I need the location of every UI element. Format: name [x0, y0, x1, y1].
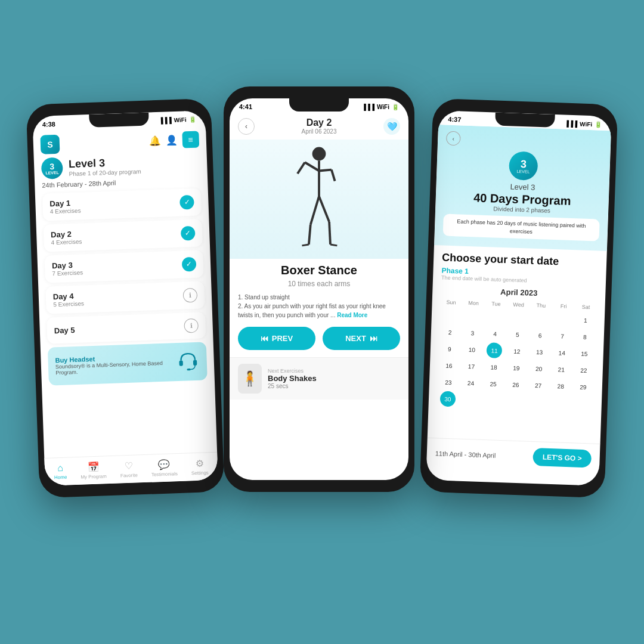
back-button-right[interactable]: ‹ — [446, 131, 461, 146]
home-icon: ⌂ — [57, 463, 63, 473]
cal-day-5[interactable]: 5 — [509, 327, 525, 343]
exercise-title: Boxer Stance — [230, 259, 408, 280]
cal-day-2[interactable]: 2 — [442, 324, 458, 340]
battery-icon: 🔋 — [188, 116, 196, 122]
nav-testimonials[interactable]: 💬 Testimonials — [151, 459, 178, 478]
signal-icon-right: ▐▐▐ — [565, 120, 578, 127]
cal-empty-12 — [575, 396, 591, 412]
cal-day-13[interactable]: 13 — [531, 344, 547, 360]
lets-go-button[interactable]: LET'S GO > — [532, 448, 592, 467]
cal-day-30[interactable]: 30 — [439, 391, 456, 407]
exercise-image-area — [230, 140, 408, 259]
status-icons-left: ▐▐▐ WiFi 🔋 — [159, 116, 196, 123]
day-card-2[interactable]: Day 2 4 Exercises ✓ — [44, 219, 203, 252]
prev-button[interactable]: ⏮ PREV — [238, 327, 315, 350]
nav-favorite[interactable]: ♡ Favorite — [120, 460, 138, 478]
cal-empty-3 — [488, 309, 504, 325]
notification-icon[interactable]: 🔔 — [148, 135, 161, 147]
time-middle: 4:41 — [239, 103, 252, 110]
cal-empty-2 — [465, 308, 481, 324]
cal-day-28[interactable]: 28 — [553, 378, 569, 394]
left-screen: 4:38 ▐▐▐ WiFi 🔋 S 🔔 👤 ≡ — [32, 110, 218, 486]
status-icons-right: ▐▐▐ WiFi 🔋 — [565, 120, 602, 128]
back-button-mid[interactable]: ‹ — [238, 118, 255, 135]
time-right: 4:37 — [448, 116, 461, 123]
status-icons-middle: ▐▐▐ WiFi 🔋 — [362, 104, 399, 110]
right-back: ‹ — [446, 131, 603, 151]
cal-day-10[interactable]: 10 — [464, 342, 480, 358]
cal-day-27[interactable]: 27 — [530, 377, 546, 394]
notch-right — [495, 112, 555, 127]
next-exercise-figure: 🧍 — [238, 364, 262, 394]
cal-empty-5 — [532, 311, 549, 327]
cal-day-7[interactable]: 7 — [555, 328, 571, 344]
right-header-bg: ‹ 3 LEVEL Level 3 40 Days Program Divide… — [434, 125, 611, 251]
middle-content: ‹ Day 2 April 06 2023 🩵 — [230, 113, 408, 480]
svg-line-7 — [319, 170, 332, 171]
date-footer-right: 11th April - 30th April LET'S GO > — [426, 438, 600, 474]
cal-day-1[interactable]: 1 — [577, 312, 593, 329]
cal-day-3[interactable]: 3 — [465, 325, 481, 341]
nav-home[interactable]: ⌂ Home — [54, 463, 67, 481]
app-logo[interactable]: S — [40, 135, 60, 154]
next-button[interactable]: NEXT ⏭ — [323, 327, 400, 350]
day-card-1[interactable]: Day 1 4 Exercises ✓ — [42, 188, 202, 221]
menu-button[interactable]: ≡ — [182, 131, 199, 148]
day-card-5[interactable]: Day 5 ℹ — [47, 312, 206, 343]
wifi-icon-right: WiFi — [580, 120, 592, 128]
cal-empty-10 — [530, 394, 546, 410]
cal-day-9[interactable]: 9 — [441, 341, 457, 357]
wifi-icon: WiFi — [174, 116, 186, 123]
day-2-check: ✓ — [181, 226, 196, 241]
cal-day-20[interactable]: 20 — [531, 361, 547, 377]
wifi-icon-mid: WiFi — [377, 104, 389, 110]
cal-day-6[interactable]: 6 — [532, 327, 548, 343]
cal-day-21[interactable]: 21 — [553, 361, 569, 377]
cal-grid: Sun Mon Tue Wed Thu Fri Sat — [437, 298, 597, 412]
day-3-exercises: 7 Exercises — [52, 269, 83, 277]
read-more-link[interactable]: Read More — [337, 312, 367, 318]
cal-day-11[interactable]: 11 — [487, 342, 503, 358]
cal-header-sun: Sun — [440, 298, 462, 307]
next-exercise-name: Body Shakes — [268, 374, 317, 383]
cal-day-25[interactable]: 25 — [485, 376, 501, 392]
cal-day-17[interactable]: 17 — [463, 358, 479, 374]
day-1-check: ✓ — [179, 195, 194, 210]
cal-day-16[interactable]: 16 — [441, 358, 457, 374]
day-card-4[interactable]: Day 4 5 Exercises ℹ — [45, 281, 205, 314]
next-exercise-bar: 🧍 Next Exercises Body Shakes 25 secs — [230, 357, 408, 400]
exercise-desc: 1. Stand up straight2. As you air punch … — [230, 293, 408, 320]
day-2-exercises: 4 Exercises — [51, 238, 82, 246]
cal-day-24[interactable]: 24 — [463, 375, 479, 391]
cal-day-19[interactable]: 19 — [508, 360, 524, 376]
cal-day-4[interactable]: 4 — [487, 326, 503, 342]
left-content: S 🔔 👤 ≡ 3 LEVEL Level 3 Phas — [33, 125, 218, 486]
favorite-button-mid[interactable]: 🩵 — [383, 118, 400, 135]
notch-middle — [289, 98, 349, 112]
cal-day-29[interactable]: 29 — [575, 379, 592, 395]
cal-day-15[interactable]: 15 — [577, 346, 593, 362]
cal-empty-6 — [555, 311, 571, 327]
cal-header-thu: Thu — [530, 301, 552, 310]
buy-headset-banner[interactable]: Buy Headset Soundsory® is a Multi-Sensor… — [48, 342, 208, 385]
cal-day-23[interactable]: 23 — [440, 374, 456, 391]
middle-screen: 4:41 ▐▐▐ WiFi 🔋 ‹ Day 2 April 06 2023 🩵 — [230, 98, 408, 480]
cal-day-8[interactable]: 8 — [577, 329, 593, 345]
signal-icon-mid: ▐▐▐ — [362, 104, 374, 110]
cal-empty-1 — [442, 308, 459, 324]
cal-empty-4 — [510, 310, 526, 326]
day-4-info: ℹ — [182, 288, 197, 303]
cal-day-12[interactable]: 12 — [509, 343, 525, 360]
cal-day-26[interactable]: 26 — [507, 377, 524, 393]
right-phone: 4:37 ▐▐▐ WiFi 🔋 ‹ 3 LEVEL Level 3 40 Day… — [420, 98, 618, 498]
day-card-3[interactable]: Day 3 7 Exercises ✓ — [44, 250, 203, 283]
svg-line-5 — [305, 162, 319, 171]
nav-my-program[interactable]: 📅 My Program — [80, 461, 107, 480]
phase-info-box: Each phase has 20 days of music listenin… — [443, 214, 600, 242]
cal-day-22[interactable]: 22 — [576, 363, 592, 379]
cal-day-14[interactable]: 14 — [554, 345, 570, 361]
nav-settings[interactable]: ⚙ Settings — [191, 457, 209, 476]
profile-icon[interactable]: 👤 — [165, 134, 178, 146]
cal-day-18[interactable]: 18 — [486, 359, 502, 375]
svg-line-12 — [329, 222, 330, 244]
